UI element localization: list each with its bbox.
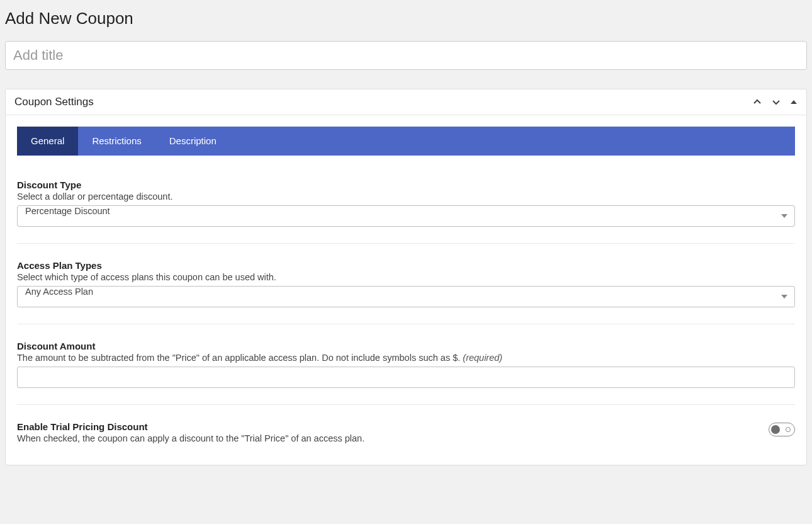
- panel-header: Coupon Settings: [6, 89, 806, 115]
- field-discount-type: Discount Type Select a dollar or percent…: [17, 179, 795, 244]
- access-plan-types-select[interactable]: Any Access Plan: [17, 286, 795, 307]
- discount-amount-desc: The amount to be subtracted from the "Pr…: [17, 353, 795, 363]
- tab-general[interactable]: General: [17, 127, 78, 156]
- discount-amount-required: (required): [463, 353, 502, 363]
- chevron-up-icon[interactable]: [752, 97, 762, 107]
- chevron-down-icon[interactable]: [771, 97, 781, 107]
- svg-marker-0: [791, 100, 797, 104]
- access-plan-types-desc: Select which type of access plans this c…: [17, 272, 795, 282]
- collapse-triangle-icon[interactable]: [790, 98, 798, 106]
- panel-title: Coupon Settings: [14, 96, 94, 108]
- tab-description[interactable]: Description: [155, 127, 230, 156]
- access-plan-types-label: Access Plan Types: [17, 260, 795, 271]
- trial-pricing-label: Enable Trial Pricing Discount: [17, 421, 364, 432]
- field-trial-pricing: Enable Trial Pricing Discount When check…: [17, 421, 795, 453]
- panel-controls: [752, 97, 798, 107]
- coupon-title-input[interactable]: [5, 41, 807, 70]
- discount-type-label: Discount Type: [17, 179, 795, 190]
- trial-pricing-toggle[interactable]: [769, 423, 795, 436]
- discount-amount-label: Discount Amount: [17, 341, 795, 351]
- tabs-bar: General Restrictions Description: [17, 127, 795, 156]
- discount-amount-desc-text: The amount to be subtracted from the "Pr…: [17, 353, 463, 363]
- coupon-settings-panel: Coupon Settings General Restrictions Des…: [5, 89, 807, 465]
- discount-type-select[interactable]: Percentage Discount: [17, 205, 795, 227]
- toggle-knob-icon: [771, 425, 780, 434]
- page-title: Add New Coupon: [5, 9, 807, 28]
- toggle-ring-icon: [786, 427, 791, 432]
- field-discount-amount: Discount Amount The amount to be subtrac…: [17, 341, 795, 405]
- discount-type-desc: Select a dollar or percentage discount.: [17, 191, 795, 202]
- tab-content: Discount Type Select a dollar or percent…: [6, 156, 806, 465]
- field-access-plan-types: Access Plan Types Select which type of a…: [17, 260, 795, 324]
- discount-amount-input[interactable]: [17, 367, 795, 388]
- tab-restrictions[interactable]: Restrictions: [78, 127, 155, 156]
- trial-pricing-desc: When checked, the coupon can apply a dis…: [17, 433, 364, 443]
